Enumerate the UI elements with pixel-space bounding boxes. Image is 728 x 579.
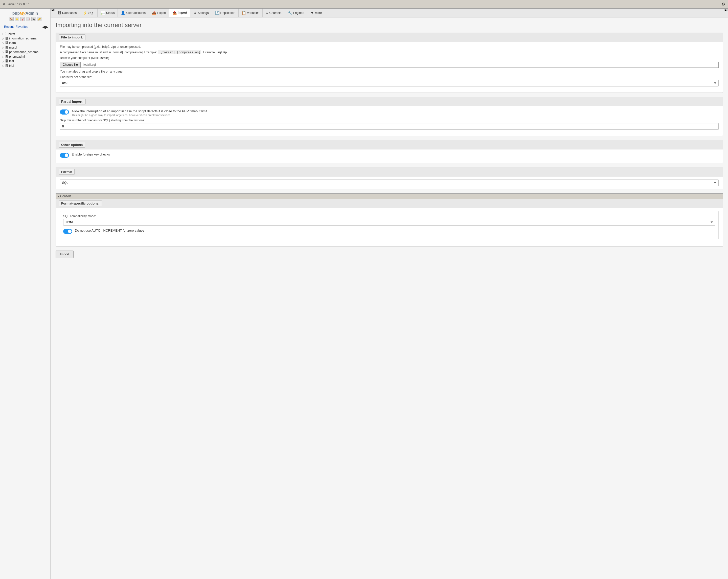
nav-item-sql[interactable]: ⚡ SQL <box>80 8 98 17</box>
main-layout: phpMyAdmin 🏠 ⭐ ❓ 📖 🔌 🔑 Recent Favorites … <box>0 8 728 579</box>
sidebar-tabs: Recent Favorites <box>2 24 30 30</box>
format-specific-body: SQL compatibility mode: NONE ANSI MYSQL3… <box>56 208 723 246</box>
logo-my: My <box>20 11 25 16</box>
nav-item-databases[interactable]: 🗄 Databases <box>55 8 80 17</box>
choose-file-button[interactable]: Choose file <box>60 62 81 68</box>
interruption-toggle-row: Allow the interruption of an import in c… <box>60 109 719 117</box>
format-select[interactable]: SQL CSV JSON <box>60 179 719 186</box>
new-item-db-icon: 🗄 <box>4 32 7 36</box>
expand-icon-trial: ▷ <box>2 65 4 67</box>
title-bar: 🖥 Server: 127.0.0.1 ⚙ <box>0 0 728 8</box>
nav-item-engines[interactable]: 🔧 Engines <box>285 8 307 17</box>
nav-item-export[interactable]: 📤 Export <box>149 8 170 17</box>
foreign-key-toggle-label: Enable foreign key checks <box>72 152 110 156</box>
title-bar-gear-button[interactable]: ⚙ <box>721 1 726 7</box>
logo-php: php <box>12 11 20 16</box>
db-icon-learn: 🗄 <box>5 41 8 45</box>
nav-icon-sql: ⚡ <box>83 11 87 15</box>
logo-area: phpMyAdmin 🏠 ⭐ ❓ 📖 🔌 🔑 <box>0 9 50 23</box>
top-nav: ◀ 🗄 Databases ⚡ SQL 📊 Status 👤 User acco… <box>51 8 728 18</box>
nav-item-charsets[interactable]: Ω Charsets <box>263 8 285 17</box>
format-specific-header: Format-specific options: <box>56 199 723 208</box>
format-header: Format <box>56 167 723 176</box>
interruption-toggle[interactable] <box>60 109 69 115</box>
nav-item-replication[interactable]: 🔄 Replication <box>212 8 239 17</box>
nav-label-engines: Engines <box>293 11 304 15</box>
file-to-import-label: File to import: <box>59 34 85 40</box>
nav-icon-variables: 📋 <box>242 11 246 15</box>
sidebar-item-phpmyadmin[interactable]: ▷ 🗄 phpmyadmin <box>0 54 50 59</box>
expand-icon-mysql: ▷ <box>2 46 4 49</box>
other-options-header: Other options <box>56 140 723 149</box>
db-icon-performance_schema: 🗄 <box>5 50 8 54</box>
expand-icon-learn: ▷ <box>2 42 4 45</box>
skip-queries-input[interactable] <box>60 123 719 130</box>
format-text-prefix: A compressed file's name must end in .[f… <box>60 51 157 54</box>
example-value: .sql.zip <box>216 51 227 54</box>
foreign-key-toggle-slider <box>60 153 69 158</box>
sql-compat-select[interactable]: NONE ANSI MYSQL323 <box>63 219 716 226</box>
other-options-section: Other options Enable foreign key checks <box>56 140 723 163</box>
app-container: 🖥 Server: 127.0.0.1 ⚙ phpMyAdmin 🏠 ⭐ ❓ 📖… <box>0 0 728 579</box>
db-label-mysql: mysql <box>9 46 17 49</box>
sidebar-item-performance_schema[interactable]: ▷ 🗄 performance_schema <box>0 50 50 54</box>
format-label: Format <box>59 169 75 175</box>
foreign-key-toggle-row: Enable foreign key checks <box>60 152 719 158</box>
new-item-expand-icon: + <box>2 33 3 35</box>
console-bar[interactable]: ▪ Console <box>56 194 723 199</box>
auto-increment-toggle-row: Do not use AUTO_INCREMENT for zero value… <box>63 229 716 234</box>
db-icon-phpmyadmin: 🗄 <box>5 55 8 58</box>
db-icon-mysql: 🗄 <box>5 46 8 49</box>
sql-compat-label: SQL compatibility mode: <box>63 215 716 218</box>
nav-item-import[interactable]: 📥 Import <box>170 8 190 17</box>
sidebar-item-information_schema[interactable]: ▷ 🗄 information_schema <box>0 36 50 41</box>
nav-scroll-right-button[interactable]: ▶ <box>724 8 728 11</box>
sidebar-item-mysql[interactable]: ▷ 🗄 mysql <box>0 45 50 50</box>
interruption-toggle-label: Allow the interruption of an import in c… <box>72 109 208 113</box>
sidebar-item-learn[interactable]: ▷ 🗄 learn <box>0 41 50 45</box>
db-icon-test: 🗄 <box>5 59 8 63</box>
favorites-tab[interactable]: Favorites <box>16 25 28 29</box>
sql-compat-section: SQL compatibility mode: NONE ANSI MYSQL3… <box>60 211 719 239</box>
file-to-import-header: File to import: <box>56 33 723 42</box>
star-icon-button[interactable]: ⭐ <box>15 17 19 21</box>
expand-icon-information_schema: ▷ <box>2 37 4 40</box>
db-label-phpmyadmin: phpmyadmin <box>9 55 27 58</box>
recent-tab[interactable]: Recent <box>4 25 14 29</box>
sidebar-new-item[interactable]: + 🗄 New <box>0 32 50 36</box>
nav-label-status: Status <box>106 11 114 15</box>
interruption-toggle-subtext: This might be a good way to import large… <box>72 114 208 117</box>
db-label-information_schema: information_schema <box>9 37 36 40</box>
sidebar-item-trial[interactable]: ▷ 🗄 trial <box>0 64 50 68</box>
nav-item-variables[interactable]: 📋 Variables <box>239 8 263 17</box>
browse-label: Browse your computer (Max: 40MiB) <box>60 56 719 60</box>
sidebar-toggle-icon[interactable]: ◀▶ <box>42 25 48 29</box>
nav-scroll-left-button[interactable]: ◀ <box>51 8 55 11</box>
nav-item-status[interactable]: 📊 Status <box>98 8 118 17</box>
nav-icon-replication: 🔄 <box>215 11 219 15</box>
nav-item-more[interactable]: ▼ More <box>307 8 325 17</box>
charset-select[interactable]: utf-8 utf-16 latin1 <box>60 80 719 86</box>
drag-drop-text: You may also drag and drop a file on any… <box>60 70 719 73</box>
nav-icon-export: 📤 <box>152 11 156 15</box>
import-button[interactable]: Import <box>56 251 74 258</box>
home-icon-button[interactable]: 🏠 <box>9 17 14 21</box>
key-icon-button[interactable]: 🔑 <box>37 17 42 21</box>
db-label-trial: trial <box>9 64 14 68</box>
format-text-code: .[format].[compression] <box>158 50 201 54</box>
page-content: Importing into the current server File t… <box>51 18 728 266</box>
foreign-key-toggle[interactable] <box>60 153 69 158</box>
db-label-performance_schema: performance_schema <box>9 50 38 54</box>
db-label-test: test <box>9 59 14 63</box>
help-icon-button[interactable]: ❓ <box>20 17 25 21</box>
auto-increment-toggle[interactable] <box>63 229 72 234</box>
nav-item-settings[interactable]: ⚙ Settings <box>190 8 212 17</box>
plugin-icon-button[interactable]: 🔌 <box>31 17 36 21</box>
nav-icon-databases: 🗄 <box>58 11 61 15</box>
sidebar-item-test[interactable]: ▷ 🗄 test <box>0 59 50 64</box>
nav-item-user-accounts[interactable]: 👤 User accounts <box>118 8 149 17</box>
nav-icon-more: ▼ <box>310 11 314 15</box>
docs-icon-button[interactable]: 📖 <box>26 17 30 21</box>
nav-label-variables: Variables <box>247 11 259 15</box>
logo: phpMyAdmin <box>1 11 49 16</box>
